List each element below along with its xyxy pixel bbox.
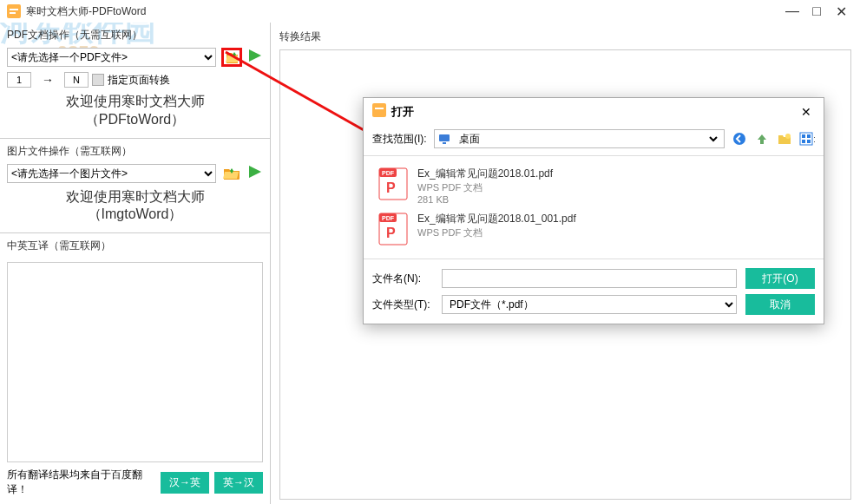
folder-open-icon (223, 167, 240, 180)
img-open-folder-button[interactable] (221, 164, 242, 183)
pdf-file-icon: PDFP (377, 212, 409, 246)
pdf-welcome: 欢迎使用寒时文档大师 （PDFtoWord） (7, 93, 263, 129)
img-convert-button[interactable] (247, 164, 263, 183)
dialog-icon (372, 103, 386, 121)
page-range-label: 指定页面转换 (108, 73, 170, 88)
dialog-open-button[interactable]: 打开(O) (745, 268, 815, 289)
svg-rect-14 (807, 134, 811, 138)
pdf-welcome-line1: 欢迎使用寒时文档大师 (7, 93, 263, 111)
svg-rect-1 (10, 9, 18, 10)
views-button[interactable] (799, 131, 815, 147)
filetype-label: 文件类型(T): (372, 298, 433, 312)
file-size: 281 KB (417, 194, 553, 205)
translate-cn-en-button[interactable]: 汉→英 (161, 472, 209, 494)
page-to-input[interactable] (64, 72, 89, 88)
svg-text:PDF: PDF (382, 170, 395, 176)
app-icon (7, 4, 21, 18)
svg-marker-4 (249, 166, 261, 178)
svg-text:P: P (386, 180, 396, 195)
file-list[interactable]: PDFP Ex_编辑常见问题2018.01.pdf WPS PDF 文档 281… (364, 155, 824, 259)
svg-rect-7 (375, 108, 384, 109)
filename-input[interactable] (442, 269, 737, 288)
svg-text:PDF: PDF (382, 215, 395, 221)
filetype-select[interactable]: PDF文件（*.pdf） (442, 295, 737, 314)
play-icon (247, 48, 263, 63)
minimize-button[interactable]: — (780, 3, 804, 20)
pdf-section-title: PDF文档操作（无需互联网） (7, 28, 263, 43)
file-name: Ex_编辑常见问题2018.01.pdf (417, 167, 553, 181)
file-item[interactable]: PDFP Ex_编辑常见问题2018.01_001.pdf WPS PDF 文档 (372, 208, 815, 250)
folder-open-icon (226, 50, 238, 64)
page-from-input[interactable] (7, 72, 31, 88)
close-button[interactable]: ✕ (829, 3, 853, 20)
translate-footer-note: 所有翻译结果均来自于百度翻译！ (7, 468, 155, 497)
open-dialog: 打开 ✕ 查找范围(I): 桌面 PDFP Ex_编辑常见问题2018.01.p… (363, 97, 824, 324)
left-panel: PDF文档操作（无需互联网） <请先选择一个PDF文件> → (0, 23, 271, 504)
translate-en-cn-button[interactable]: 英→汉 (214, 472, 263, 494)
views-icon (799, 132, 815, 146)
img-welcome: 欢迎使用寒时文档大师 （ImgtoWord） (7, 188, 263, 225)
filename-label: 文件名(N): (372, 272, 433, 286)
img-file-select[interactable]: <请先选择一个图片文件> (7, 164, 216, 183)
folder-new-icon (778, 132, 791, 146)
new-folder-button[interactable] (777, 131, 792, 147)
svg-marker-3 (249, 49, 261, 62)
translate-textarea[interactable] (7, 262, 263, 462)
maximize-button[interactable]: □ (804, 3, 829, 20)
up-icon (755, 132, 769, 146)
svg-rect-0 (7, 4, 21, 18)
img-section: 图片文件操作（需互联网） <请先选择一个图片文件> 欢迎使用寒时文档大师 （Im… (0, 139, 270, 234)
file-type: WPS PDF 文档 (417, 181, 553, 194)
pdf-file-select[interactable]: <请先选择一个PDF文件> (7, 48, 216, 67)
page-range-checkbox[interactable] (92, 74, 104, 86)
svg-point-10 (733, 133, 745, 145)
pdf-open-folder-button[interactable] (221, 48, 242, 67)
play-icon (247, 164, 263, 180)
back-icon (732, 132, 746, 146)
lookin-label: 查找范围(I): (372, 132, 427, 147)
pdf-file-icon: PDFP (377, 167, 409, 201)
svg-rect-15 (802, 140, 805, 143)
pdf-section: PDF文档操作（无需互联网） <请先选择一个PDF文件> → (0, 23, 270, 139)
img-welcome-line2: （ImgtoWord） (7, 206, 263, 224)
translate-section: 中英互译（需互联网） 所有翻译结果均来自于百度翻译！ 汉→英 英→汉 (0, 233, 270, 504)
nav-up-button[interactable] (754, 131, 770, 147)
dialog-close-button[interactable]: ✕ (798, 103, 815, 121)
dialog-cancel-button[interactable]: 取消 (745, 294, 815, 315)
lookin-combo[interactable]: 桌面 (434, 129, 725, 148)
svg-rect-16 (807, 140, 811, 143)
desktop-icon (438, 133, 450, 145)
svg-rect-9 (443, 142, 446, 144)
pdf-convert-button[interactable] (247, 48, 263, 67)
file-item[interactable]: PDFP Ex_编辑常见问题2018.01.pdf WPS PDF 文档 281… (372, 163, 815, 208)
titlebar: 寒时文档大师-PDFtoWord — □ ✕ (0, 0, 860, 23)
translate-section-title: 中英互译（需互联网） (7, 239, 263, 253)
file-name: Ex_编辑常见问题2018.01_001.pdf (417, 212, 576, 226)
dialog-title: 打开 (391, 104, 798, 120)
svg-text:P: P (386, 226, 396, 240)
svg-point-11 (785, 134, 791, 139)
file-type: WPS PDF 文档 (417, 226, 576, 239)
pdf-welcome-line2: （PDFtoWord） (7, 111, 263, 129)
nav-back-button[interactable] (732, 131, 747, 147)
svg-rect-2 (10, 12, 16, 14)
svg-rect-13 (802, 134, 805, 138)
svg-rect-6 (372, 103, 386, 117)
result-title: 转换结果 (279, 29, 851, 44)
img-section-title: 图片文件操作（需互联网） (7, 144, 263, 159)
app-title: 寒时文档大师-PDFtoWord (26, 4, 780, 19)
img-welcome-line1: 欢迎使用寒时文档大师 (7, 188, 263, 206)
svg-rect-8 (439, 134, 450, 141)
page-arrow-icon: → (35, 73, 61, 87)
